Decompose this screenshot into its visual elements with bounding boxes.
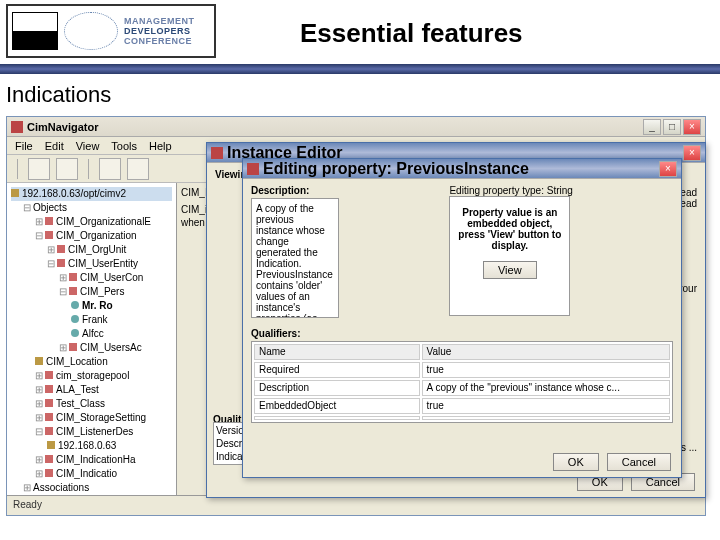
menu-help[interactable]: Help [149, 140, 172, 152]
tree-item[interactable]: ALA_Test [56, 384, 99, 395]
cancel-button[interactable]: Cancel [607, 453, 671, 471]
tree-item[interactable]: CIM_Indicatio [56, 468, 117, 479]
ok-button[interactable]: OK [553, 453, 599, 471]
col-name[interactable]: Name [254, 344, 420, 360]
window-title: CimNavigator [27, 121, 639, 133]
tree-item[interactable]: 192.168.0.63 [58, 440, 116, 451]
person-icon [71, 329, 79, 337]
qualifiers-label: Qualifiers: [251, 328, 673, 339]
description-label: Description: [251, 185, 441, 196]
dialog-icon [211, 147, 223, 159]
close-button[interactable]: × [683, 119, 701, 135]
divider [0, 64, 720, 74]
tree-item[interactable]: CIM_IndicationHa [56, 454, 135, 465]
tree-item[interactable]: Alfcc [82, 328, 104, 339]
tree-objects[interactable]: Objects [33, 202, 67, 213]
toolbar-btn-3[interactable] [99, 158, 121, 180]
slide-subtitle: Indications [6, 82, 111, 108]
type-label: Editing property type: String [449, 185, 673, 196]
logo-line-3: CONFERENCE [124, 36, 195, 46]
menu-file[interactable]: File [15, 140, 33, 152]
titlebar[interactable]: CimNavigator _ □ × [7, 117, 705, 137]
logo-line-2: DEVELOPERS [124, 26, 195, 36]
app-icon [11, 121, 23, 133]
tree-item[interactable]: CIM_UsersAc [80, 342, 142, 353]
tree-item[interactable]: Frank [82, 314, 108, 325]
qualifiers-table[interactable]: Name Value Requiredtrue DescriptionA cop… [251, 341, 673, 423]
tree-item[interactable]: CIM_ListenerDes [56, 426, 133, 437]
logo-badge-icon [12, 12, 58, 50]
person-icon [71, 301, 79, 309]
tree-item[interactable]: Mr. Ro [82, 300, 113, 311]
minimize-button[interactable]: _ [643, 119, 661, 135]
menu-tools[interactable]: Tools [111, 140, 137, 152]
tree-associations[interactable]: Associations [33, 482, 89, 493]
menu-edit[interactable]: Edit [45, 140, 64, 152]
table-row: Requiredtrue [254, 362, 670, 378]
dialog-icon [247, 163, 259, 175]
tree-item[interactable]: CIM_UserCon [80, 272, 143, 283]
tree-item[interactable]: CIM_OrgUnit [68, 244, 126, 255]
tree-item[interactable]: cim_storagepool [56, 370, 129, 381]
editing-property-dialog: Editing property: PreviousInstance × Des… [242, 158, 682, 478]
close-button[interactable]: × [659, 161, 677, 177]
maximize-button[interactable]: □ [663, 119, 681, 135]
tree-item[interactable]: CIM_OrganizationalE [56, 216, 151, 227]
table-row: EmbeddedObjecttrue [254, 398, 670, 414]
server-icon [11, 189, 19, 197]
tree-item[interactable]: Test_Class [56, 398, 105, 409]
toolbar-btn-2[interactable] [56, 158, 78, 180]
status-text: Ready [13, 499, 42, 510]
table-row: DescriptionA copy of the "previous" inst… [254, 380, 670, 396]
tree-item[interactable]: CIM_Pers [80, 286, 124, 297]
tree-root[interactable]: 192.168.0.63/opt/cimv2 [22, 188, 126, 199]
logo-dots-icon [64, 12, 118, 50]
toolbar-btn-1[interactable] [28, 158, 50, 180]
dialog-titlebar[interactable]: Editing property: PreviousInstance × [243, 159, 681, 179]
view-button[interactable]: View [483, 261, 537, 279]
tree-item[interactable]: CIM_StorageSetting [56, 412, 146, 423]
description-textarea[interactable]: A copy of the previous instance whose ch… [251, 198, 339, 318]
embedded-msg: Property value is an embedded object, pr… [454, 207, 565, 251]
person-icon [71, 315, 79, 323]
menu-view[interactable]: View [76, 140, 100, 152]
col-value[interactable]: Value [422, 344, 670, 360]
tree-panel[interactable]: 192.168.0.63/opt/cimv2 ⊟Objects ⊞CIM_Org… [7, 183, 177, 495]
conference-logo: MANAGEMENT DEVELOPERS CONFERENCE [6, 4, 216, 58]
tree-item[interactable]: CIM_Location [46, 356, 108, 367]
logo-line-1: MANAGEMENT [124, 16, 195, 26]
tree-item[interactable]: CIM_UserEntity [68, 258, 138, 269]
dialog-title: Editing property: PreviousInstance [263, 160, 655, 178]
close-button[interactable]: × [683, 145, 701, 161]
expand-handle[interactable]: ⊟ [23, 201, 33, 215]
slide-title: Essential features [300, 18, 523, 49]
tree-item[interactable]: CIM_Organization [56, 230, 137, 241]
toolbar-btn-4[interactable] [127, 158, 149, 180]
